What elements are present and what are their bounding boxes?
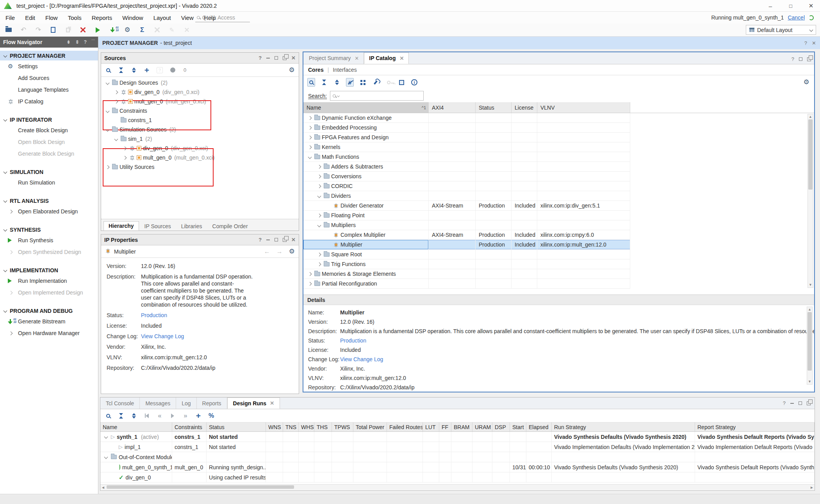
tab-ip-sources[interactable]: IP Sources (140, 222, 176, 231)
tree-item-mult_gen_0[interactable]: mult_gen_0(mult_gen_0.xci) (101, 97, 299, 106)
tree-item-Utility Sources[interactable]: Utility Sources (101, 162, 299, 172)
catalog-row-Square Root[interactable]: Square Root (303, 250, 630, 259)
collapse-icon[interactable] (117, 412, 125, 420)
flow-item-ip-catalog[interactable]: IP Catalog (0, 96, 98, 107)
xdis-icon[interactable] (153, 26, 161, 34)
tree-item-Design Sources[interactable]: Design Sources(2) (101, 78, 299, 87)
maximize-icon[interactable] (799, 57, 802, 61)
menu-file[interactable]: File (5, 14, 15, 21)
link-production[interactable]: Production (141, 312, 167, 319)
design-icon[interactable] (359, 78, 367, 87)
column-header-name[interactable]: Name (100, 422, 172, 431)
subtab-interfaces[interactable]: Interfaces (333, 67, 357, 73)
column-header-failed-routes[interactable]: Failed Routes (387, 422, 423, 431)
tab-reports[interactable]: Reports (197, 398, 227, 409)
expand-all-icon[interactable]: ⇕ (75, 39, 79, 45)
catalog-row-Dividers[interactable]: Dividers (303, 191, 630, 201)
float-icon[interactable] (283, 238, 287, 242)
tab-tcl-console[interactable]: Tcl Console (100, 398, 140, 409)
catalog-row-Trig Functions[interactable]: Trig Functions (303, 259, 630, 269)
menu-window[interactable]: Window (122, 14, 143, 21)
redo-icon[interactable]: ↷ (34, 26, 42, 34)
pencil-icon[interactable]: ✎ (168, 26, 176, 34)
minimize-icon[interactable] (266, 240, 270, 240)
column-header-ths[interactable]: THS (314, 422, 332, 431)
flow-item-open-hardware-manager[interactable]: Open Hardware Manager (0, 327, 98, 339)
add-icon[interactable]: + (194, 412, 202, 420)
column-header-tns[interactable]: TNS (283, 422, 299, 431)
catalog-row-Conversions[interactable]: Conversions (303, 172, 630, 181)
design-run-row-div_gen_0[interactable]: ✓div_gen_0Using cached IP results (100, 472, 815, 483)
flow-item-create-block-design[interactable]: Create Block Design (0, 124, 98, 136)
column-header-dsp[interactable]: DSP (492, 422, 510, 431)
column-header-license[interactable]: License (512, 102, 537, 113)
flow-item-settings[interactable]: ⚙Settings (0, 60, 98, 72)
collapse-icon[interactable] (320, 78, 328, 87)
back-icon[interactable]: « (156, 412, 164, 420)
catalog-row-CORDIC[interactable]: CORDIC (303, 181, 630, 191)
flow-section-rtl-analysis[interactable]: RTL ANALYSIS (0, 196, 98, 206)
column-header-status[interactable]: Status (207, 422, 266, 431)
column-header-whs[interactable]: WHS (299, 422, 314, 431)
flow-item-add-sources[interactable]: Add Sources (0, 72, 98, 84)
close-tab-icon[interactable]: ✕ (399, 55, 404, 61)
catalog-row-Kernels[interactable]: Kernels (303, 142, 630, 152)
help-icon[interactable]: ? (791, 57, 794, 62)
subtab-cores[interactable]: Cores (308, 67, 324, 73)
stop-icon[interactable] (79, 26, 87, 34)
tree-item-div_gen_0[interactable]: div_gen_0(div_gen_0.xci) (101, 87, 299, 97)
link-view-change-log[interactable]: View Change Log (340, 356, 383, 363)
column-header-report-strategy[interactable]: Report Strategy (695, 422, 815, 431)
flow-item-open-elaborated-design[interactable]: Open Elaborated Design (0, 206, 98, 217)
search-icon[interactable] (104, 412, 112, 420)
tab-libraries[interactable]: Libraries (176, 222, 207, 231)
search-icon[interactable] (104, 66, 112, 75)
column-header-status[interactable]: Status (476, 102, 512, 113)
quick-access-search[interactable]: Quick Access (195, 13, 250, 22)
filter-icon[interactable]: # (346, 78, 354, 87)
flow-item-language-templates[interactable]: Language Templates (0, 84, 98, 96)
float-icon[interactable] (283, 56, 287, 60)
column-header-wns[interactable]: WNS (266, 422, 283, 431)
design-run-row-synth_1[interactable]: ▷synth_1(active)constrs_1Not startedViva… (100, 432, 815, 442)
help-icon[interactable]: ? (783, 401, 786, 406)
wand-icon[interactable] (183, 26, 191, 34)
catalog-row-Complex Multiplier[interactable]: Complex MultiplierAXI4-StreamProductionI… (303, 230, 630, 240)
back-arrow-icon[interactable]: ← (264, 248, 270, 255)
column-header-axi4[interactable]: AXI4 (429, 102, 476, 113)
flow-section-project-manager[interactable]: PROJECT MANAGER (0, 51, 98, 60)
open-icon[interactable] (5, 26, 12, 34)
close-icon[interactable]: ✕ (291, 55, 296, 60)
flow-section-implementation[interactable]: IMPLEMENTATION (0, 265, 98, 275)
tab-design-runs[interactable]: Design Runs✕ (227, 398, 280, 409)
vertical-scrollbar[interactable]: ▲ ▼ (808, 114, 813, 288)
close-icon[interactable]: ✕ (812, 41, 816, 46)
help-icon[interactable]: ? (258, 55, 262, 60)
catalog-row-Embedded Processing[interactable]: Embedded Processing (303, 123, 630, 133)
tree-item-Simulation Sources[interactable]: Simulation Sources(2) (101, 125, 299, 134)
minimize-button[interactable]: – (767, 3, 774, 9)
column-header-vlnv[interactable]: VLNV (537, 102, 630, 113)
link-production[interactable]: Production (340, 337, 366, 344)
catalog-row-Partial Reconfiguration[interactable]: Partial Reconfiguration (303, 279, 630, 289)
float-icon[interactable] (807, 401, 811, 405)
expand-icon[interactable] (130, 66, 138, 75)
catalog-row-Divider Generator[interactable]: Divider GeneratorAXI4-StreamProductionIn… (303, 201, 630, 211)
tab-compile-order[interactable]: Compile Order (208, 222, 253, 231)
flow-item-run-implementation[interactable]: Run Implementation (0, 275, 98, 287)
doc-icon[interactable] (49, 26, 57, 34)
menu-flow[interactable]: Flow (45, 14, 58, 21)
key-icon[interactable] (385, 78, 392, 87)
scroll-down-icon[interactable]: ▼ (808, 380, 811, 383)
column-header-run-strategy[interactable]: Run Strategy (552, 422, 695, 431)
help-icon[interactable]: ? (804, 41, 807, 46)
add-icon[interactable]: + (143, 66, 151, 75)
tab-messages[interactable]: Messages (140, 398, 176, 409)
close-tab-icon[interactable]: ✕ (355, 55, 359, 61)
tab-log[interactable]: Log (176, 398, 196, 409)
menu-view[interactable]: View (181, 14, 194, 21)
expand-icon[interactable] (130, 412, 138, 420)
tree-item-div_gen_0[interactable]: div_gen_0(div_gen_0.xci) (101, 144, 299, 153)
help-icon[interactable]: ? (84, 39, 87, 45)
forward-arrow-icon[interactable]: → (276, 248, 283, 255)
